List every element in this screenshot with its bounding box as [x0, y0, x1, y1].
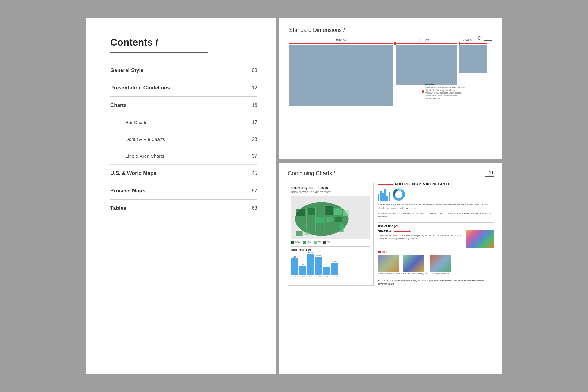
- toc-item-line-charts[interactable]: Line & Area Charts 37: [110, 148, 257, 165]
- mini-bar-2: [380, 191, 382, 201]
- toc-item-general-style[interactable]: General Style 03: [110, 62, 257, 79]
- map-chart-title: Unemployment in 2015: [291, 186, 370, 190]
- bar-3: [307, 254, 314, 275]
- svg-rect-14: [335, 217, 342, 222]
- dont-item-3: Three-point clusters: [430, 255, 451, 275]
- use-images-title: Use of Images: [378, 222, 494, 228]
- bar-col-4: 6.7% 5.5-6%: [315, 254, 322, 277]
- mini-bar-5: [386, 196, 388, 201]
- bar-col-1: 14% 2.5%: [291, 256, 298, 277]
- dont-caption-1: Three-dimensional glyphs: [378, 273, 401, 275]
- toc-page-line-charts: 37: [252, 153, 257, 159]
- bar-col-5: 6%: [323, 267, 330, 277]
- bar-label-bottom-1: 2.5%: [293, 275, 296, 277]
- legend-label-2: 4.5%: [307, 241, 311, 243]
- toc-item-charts[interactable]: Charts 16: [110, 97, 257, 114]
- dim-label-large: 980 px: [289, 38, 393, 42]
- note-content: NOTE: Charts and visuals may be used to …: [378, 279, 484, 285]
- bar-label-bottom-4: 5.5-6%: [316, 275, 321, 277]
- toc-label-tables: Tables: [110, 205, 126, 211]
- toc-page-bar-charts: 17: [252, 120, 257, 125]
- us-map-container: [291, 196, 370, 239]
- legend-label-4: 7%+: [327, 241, 332, 243]
- note-bold: NOTE:: [378, 279, 386, 282]
- toc-page-presentation: 12: [252, 85, 257, 91]
- svg-rect-16: [340, 224, 344, 232]
- dont-item-1: Three-dimensional glyphs: [378, 255, 401, 275]
- mini-bar-1: [378, 194, 379, 201]
- toc-item-bar-charts[interactable]: Bar Charts 17: [110, 114, 257, 131]
- mini-donut-chart: [393, 188, 405, 201]
- height-label: HEIGHT: [425, 83, 465, 86]
- toc-label-presentation: Presentation Guidelines: [110, 85, 170, 91]
- dimensions-region: 980 px 560 px 250 px: [289, 38, 492, 106]
- dont-image-3: [430, 255, 451, 272]
- bar-col-3: 11.0% 5.5%: [307, 251, 314, 277]
- dont-image-2: [403, 255, 424, 272]
- dont-image-1: [378, 255, 399, 272]
- svg-rect-18: [305, 232, 309, 235]
- bar-5: [323, 267, 330, 275]
- toc-page-maps: 45: [252, 171, 257, 176]
- bar-2: [299, 266, 306, 275]
- toc-label-bar-charts: Bar Charts: [126, 120, 148, 125]
- dont-item-2: Inappropriate use of glyphs: [403, 255, 427, 275]
- combining-charts-panel: Combining Charts / 11 Unemployment in 20…: [279, 163, 502, 374]
- toc-item-maps[interactable]: U.S. & World Maps 45: [110, 165, 257, 182]
- map-chart-subtitle: UNEMPLOYMENT RATE BY STATE: [291, 191, 370, 194]
- bar-label-top-2: 2%: [301, 264, 304, 266]
- svg-rect-17: [296, 231, 303, 236]
- multiple-charts-title: MULTIPLE CHARTS IN ONE LAYOUT: [395, 183, 451, 186]
- svg-rect-8: [296, 209, 305, 216]
- legend-label-1: LOW: [295, 241, 300, 243]
- right-panel: Standard Dimensions / 04 980 px 560 px 2…: [279, 18, 502, 374]
- dim-box-small: [459, 45, 487, 73]
- annotation-text-2: If two charts need to communicate the sa…: [378, 212, 494, 218]
- dont-section: DON'T Three-dimensional glyphs Inappropr…: [378, 251, 494, 275]
- toc-label-charts: Charts: [110, 102, 127, 108]
- contents-title: Contents /: [110, 37, 257, 48]
- bar-label-top-1: 14%: [293, 256, 296, 258]
- dim-label-medium: 560 px: [393, 38, 454, 42]
- spacing-text-area: SPACING Charts should always have adequa…: [378, 230, 463, 240]
- map-legend: LOW 4.5% 6% 7%+: [291, 241, 370, 244]
- combining-content: Unemployment in 2015 UNEMPLOYMENT RATE B…: [288, 183, 494, 286]
- bar-label-bottom-3: 5.5%: [309, 275, 312, 277]
- legend-item-3: 6%: [314, 241, 321, 244]
- dim-box-medium: [396, 45, 457, 85]
- combining-charts-title: Combining Charts /: [288, 170, 335, 176]
- toc-item-tables[interactable]: Tables 63: [110, 200, 257, 217]
- combining-charts-page: 11: [489, 170, 494, 175]
- chart-right-annotations: MULTIPLE CHARTS IN ONE LAYOUT: [378, 183, 494, 286]
- toc-page-charts: 16: [252, 103, 257, 108]
- bar-col-6: 6.9% 6.5-7%: [331, 261, 338, 277]
- spacing-image: [466, 230, 494, 248]
- distribution-title: DISTRIBUTION: [291, 246, 370, 251]
- note-text: NOTE: NOTE: Charts and visuals may be us…: [378, 277, 494, 286]
- spacing-description: Charts should always have adequate spaci…: [378, 234, 463, 240]
- toc-page-general-style: 03: [252, 68, 257, 73]
- multiple-charts-section: MULTIPLE CHARTS IN ONE LAYOUT: [378, 183, 494, 219]
- dont-caption-2: Inappropriate use of glyphs: [403, 273, 427, 275]
- bar-label-bottom-5: 6%: [325, 275, 327, 277]
- legend-item-1: LOW: [291, 241, 300, 244]
- mini-bar-4: [384, 189, 386, 201]
- legend-color-1: [291, 241, 294, 244]
- svg-rect-13: [326, 217, 333, 222]
- standard-dimensions-panel: Standard Dimensions / 04 980 px 560 px 2…: [279, 18, 502, 159]
- dim-label-small: 250 px: [454, 38, 482, 42]
- toc-page-donut-charts: 28: [252, 137, 257, 142]
- main-container: Contents / General Style 03 Presentation…: [86, 18, 502, 374]
- toc-item-presentation[interactable]: Presentation Guidelines 12: [110, 79, 257, 97]
- svg-rect-10: [316, 217, 324, 223]
- toc-item-process-maps[interactable]: Process Maps 57: [110, 182, 257, 200]
- legend-color-2: [303, 241, 306, 244]
- toc-label-process-maps: Process Maps: [110, 188, 145, 194]
- legend-label-3: 6%: [318, 241, 321, 243]
- mini-bar-chart: [378, 188, 390, 201]
- spacing-label: SPACING: [378, 230, 392, 233]
- legend-item-4: 7%+: [323, 241, 332, 244]
- toc-item-donut-charts[interactable]: Donut & Pie Charts 28: [110, 131, 257, 148]
- svg-rect-9: [308, 208, 315, 215]
- bar-4: [315, 257, 322, 275]
